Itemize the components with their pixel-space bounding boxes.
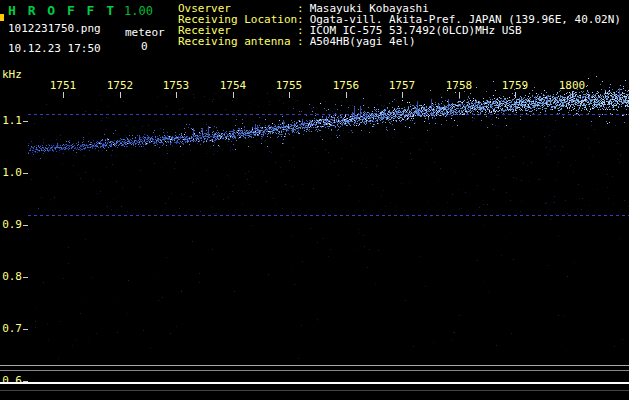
hrofft-screen: { "header": { "title": "H R O F F T", "v… [0,0,629,400]
spectrogram-canvas [0,0,629,400]
